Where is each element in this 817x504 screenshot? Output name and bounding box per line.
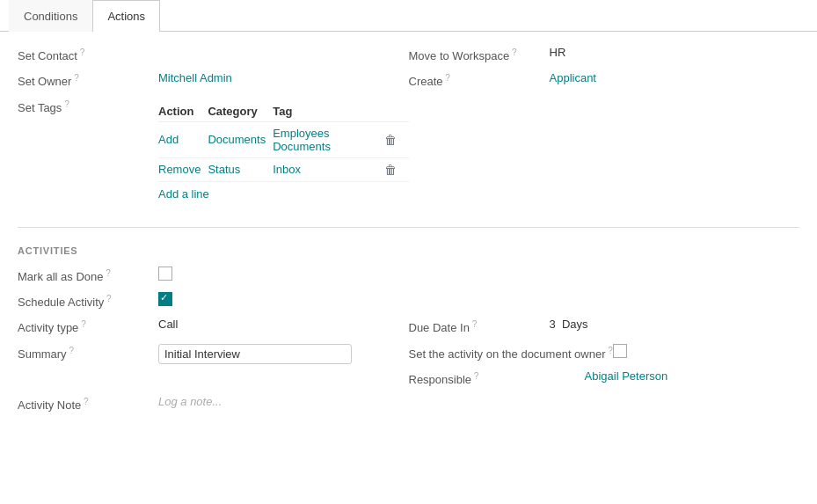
mark-all-label: Mark all as Done ? [18, 267, 158, 283]
help-icon: ? [606, 346, 613, 355]
create-label: Create ? [409, 71, 550, 88]
help-icon: ? [471, 371, 478, 381]
tab-actions[interactable]: Actions [92, 0, 160, 32]
help-icon: ? [443, 73, 450, 83]
help-icon: ? [67, 346, 74, 355]
set-contact-label: Set Contact ? [18, 46, 158, 62]
set-owner-label: Set Owner ? [18, 71, 158, 88]
right-fields: Move to Workspace ? HR Create ? Applican… [409, 46, 800, 209]
add-line-button[interactable]: Add a line [158, 187, 209, 201]
help-icon: ? [509, 47, 516, 57]
left-fields: Set Contact ? Set Owner ? Mitchell Admin… [18, 46, 409, 209]
summary-input[interactable] [158, 344, 352, 364]
help-icon: ? [104, 268, 111, 278]
activity-note-row: Activity Note ? Log a note... [18, 395, 799, 412]
schedule-activity-row: Schedule Activity ? [18, 292, 799, 309]
delete-tag-button[interactable]: 🗑 [379, 131, 402, 149]
tab-conditions[interactable]: Conditions [9, 0, 92, 32]
set-owner-value[interactable]: Mitchell Admin [158, 71, 232, 84]
help-icon: ? [62, 99, 69, 109]
col-tag: Tag [273, 101, 378, 122]
tags-table: Action Category Tag Add Documents Employ… [158, 101, 409, 182]
table-row: Remove Status Inbox 🗑 [158, 157, 409, 181]
set-on-owner-row: Set the activity on the document owner ? [409, 344, 800, 361]
create-value[interactable]: Applicant [550, 71, 596, 84]
set-tags-label: Set Tags ? [18, 98, 158, 114]
set-on-owner-label: Set the activity on the document owner ? [409, 344, 613, 361]
col-delete [379, 101, 409, 122]
activities-section: ACTIVITIES Mark all as Done ? Schedule A… [18, 245, 799, 413]
create-row: Create ? Applicant [409, 71, 800, 88]
col-category: Category [208, 101, 273, 122]
summary-row: Summary ? [18, 344, 409, 364]
mark-all-row: Mark all as Done ? [18, 267, 799, 283]
activity-note-placeholder[interactable]: Log a note... [158, 395, 222, 408]
help-icon: ? [470, 319, 477, 329]
activity-type-label: Activity type ? [18, 318, 158, 334]
top-fields: Set Contact ? Set Owner ? Mitchell Admin… [18, 46, 799, 209]
activity-type-row: Activity type ? Call [18, 318, 409, 334]
responsible-label: Responsible ? [409, 369, 585, 386]
activity-note-label: Activity Note ? [18, 395, 158, 412]
set-on-owner-checkbox[interactable] [613, 344, 627, 358]
responsible-value[interactable]: Abigail Peterson [585, 369, 668, 383]
section-divider [18, 227, 799, 228]
help-icon: ? [104, 294, 111, 303]
tags-table-wrap: Action Category Tag Add Documents Employ… [158, 98, 409, 201]
set-tags-row: Set Tags ? Action Category Tag [18, 98, 409, 201]
tag-action[interactable]: Remove [158, 157, 208, 181]
summary-label: Summary ? [18, 344, 158, 361]
responsible-row: Responsible ? Abigail Peterson [409, 369, 800, 386]
due-date-unit: Days [562, 318, 588, 331]
due-date-label: Due Date In ? [409, 318, 550, 334]
tabs-bar: Conditions Actions [0, 0, 817, 32]
activity-left: Activity type ? Call Summary ? [18, 318, 409, 395]
col-action: Action [158, 101, 208, 122]
activity-details: Activity type ? Call Summary ? Due Date … [18, 318, 799, 395]
move-workspace-value: HR [550, 46, 566, 59]
mark-all-checkbox[interactable] [158, 267, 172, 281]
move-workspace-label: Move to Workspace ? [409, 46, 550, 62]
set-contact-row: Set Contact ? [18, 46, 409, 62]
tag-action[interactable]: Add [158, 121, 208, 157]
due-date-value: 3 [550, 318, 556, 331]
due-date-row: Due Date In ? 3 Days [409, 318, 800, 334]
move-workspace-row: Move to Workspace ? HR [409, 46, 800, 62]
tag-category[interactable]: Documents [208, 121, 273, 157]
tag-category[interactable]: Status [208, 157, 273, 181]
help-icon: ? [71, 73, 78, 83]
help-icon: ? [77, 47, 84, 57]
tag-name[interactable]: Employees Documents [273, 121, 378, 157]
main-content: Set Contact ? Set Owner ? Mitchell Admin… [0, 32, 817, 441]
table-row: Add Documents Employees Documents 🗑 [158, 121, 409, 157]
activity-right: Due Date In ? 3 Days Set the activity on… [409, 318, 800, 395]
set-owner-row: Set Owner ? Mitchell Admin [18, 71, 409, 88]
activity-type-value: Call [158, 318, 178, 331]
delete-tag-button[interactable]: 🗑 [379, 161, 402, 179]
schedule-activity-checkbox[interactable] [158, 292, 172, 306]
schedule-activity-label: Schedule Activity ? [18, 292, 158, 309]
help-icon: ? [78, 319, 85, 329]
help-icon: ? [81, 397, 88, 406]
activities-title: ACTIVITIES [18, 245, 799, 256]
tag-name[interactable]: Inbox [273, 157, 378, 181]
